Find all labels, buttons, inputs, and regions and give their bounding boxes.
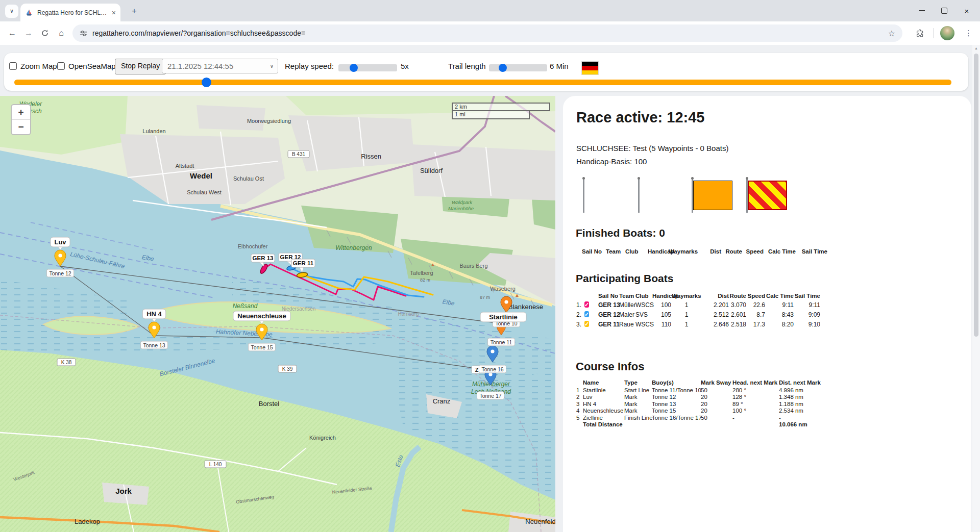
openseamap-label: OpenSeaMap — [68, 62, 116, 70]
map-canvas[interactable]: WedelerMarschMoorwegsiedlungLulandenRiss… — [0, 96, 555, 532]
boat-color-checkbox[interactable]: ✓ — [584, 311, 589, 317]
replay-speed-slider[interactable] — [338, 64, 397, 71]
forward-icon[interactable]: → — [21, 26, 36, 40]
trail-length-slider[interactable] — [489, 64, 547, 71]
page-scrollbar[interactable]: ▲ — [972, 45, 980, 532]
race-status-title: Race active: 12:45 — [576, 109, 705, 126]
map-label: Tafelberg — [410, 270, 433, 276]
back-icon[interactable]: ← — [5, 26, 19, 40]
reload-icon[interactable] — [38, 26, 52, 40]
table-row: 4NeuenschleuseMarkTonne 1520100 °2.534 n… — [576, 408, 852, 414]
map-label: ▲ — [430, 262, 435, 267]
marker-tooltip: Startlinie — [480, 312, 526, 322]
buoy-label: Tonne 17 — [477, 392, 504, 399]
openseamap-checkbox[interactable] — [57, 62, 65, 70]
table-row: 1.✓GER 13MüllerWSCS10012.2013.07022.69:1… — [576, 300, 842, 310]
home-icon[interactable]: ⌂ — [54, 26, 68, 40]
table-row: Total Distance10.066 nm — [576, 421, 852, 428]
map-label: Neuenfeld — [525, 518, 555, 525]
map-label: Blankenese — [508, 303, 543, 311]
trail-length-slider-thumb[interactable] — [499, 64, 507, 72]
course-infos-table: NameTypeBuoy(s)Mark SwayHead. next MarkD… — [576, 379, 852, 428]
svg-text:Tonne 13: Tonne 13 — [143, 342, 165, 348]
stop-replay-button[interactable]: Stop Replay — [115, 59, 166, 74]
map-label: Altstadt — [176, 163, 194, 169]
map-label: Wittenbergen — [335, 244, 372, 251]
svg-text:Tonne 17: Tonne 17 — [479, 393, 501, 399]
svg-text:Tonne 12: Tonne 12 — [49, 270, 71, 276]
svg-text:GER 11: GER 11 — [293, 260, 314, 266]
map-label: Rissen — [361, 153, 381, 160]
scrollbar-up-icon[interactable]: ▲ — [972, 46, 980, 50]
finished-boats-table: Sail NoTeamClubHandicapWaymarksDistRoute… — [576, 248, 842, 255]
scrollbar-thumb[interactable] — [974, 54, 978, 337]
new-tab-button[interactable]: + — [128, 5, 141, 18]
handicap-basis: Handicap-Basis: 100 — [576, 157, 647, 166]
boat-color-checkbox[interactable]: ✓ — [584, 301, 589, 308]
map-label: 87 m — [480, 295, 490, 300]
course-infos-title: Course Infos — [576, 360, 644, 373]
scale-km: 2 km — [452, 103, 550, 111]
window-minimize-button[interactable] — [911, 0, 933, 21]
map-label: Hamburg — [398, 311, 419, 317]
datetime-dropdown[interactable]: 21.1.2025 12:44:55 ∨ — [162, 59, 278, 73]
url-text[interactable]: regattahero.com/mapviewer/?organisation=… — [92, 29, 884, 37]
signal-flags — [576, 179, 862, 215]
map-label: Königreich — [309, 435, 336, 441]
map-label: Waseberg — [490, 286, 516, 292]
map-label: Ladekop — [75, 518, 100, 525]
svg-text:B 431: B 431 — [292, 151, 306, 157]
replay-speed-label: Replay speed: — [285, 62, 334, 70]
map-label: Cranz — [433, 397, 451, 405]
red-yellow-striped-flag — [748, 181, 787, 210]
map-label: Elbhochufer — [238, 243, 268, 249]
browser-menu-icon[interactable]: ⋮ — [962, 26, 976, 40]
profile-avatar[interactable] — [940, 26, 954, 40]
svg-text:Tonne 16: Tonne 16 — [481, 366, 503, 372]
window-maximize-button[interactable] — [933, 0, 955, 21]
road-badge: K 39 — [278, 365, 297, 372]
boat-color-checkbox[interactable]: ✓ — [584, 321, 589, 327]
table-row: 5ZiellinieFinish LineTonne 16/Tonne 1750… — [576, 415, 852, 421]
bookmark-star-icon[interactable]: ☆ — [888, 29, 895, 38]
svg-text:Tonne 15: Tonne 15 — [251, 344, 273, 350]
race-subtitle: SCHLUCHSEE: Test (5 Waypoints - 0 Boats) — [576, 144, 728, 153]
zoom-map-label: Zoom Map — [20, 62, 57, 70]
extensions-puzzle-icon[interactable] — [913, 26, 927, 40]
trail-length-label: Trail length — [448, 62, 486, 70]
map-label: Neßsand — [233, 302, 258, 310]
browser-tab[interactable]: Regatta Hero for SCHLUCHSEE × — [20, 4, 120, 21]
buoy-label: Tonne 11 — [487, 338, 514, 346]
buoy-label: Tonne 12 — [46, 269, 74, 277]
svg-text:Startlinie: Startlinie — [489, 313, 518, 321]
orange-flag — [693, 181, 732, 210]
zoom-map-checkbox[interactable] — [9, 62, 17, 70]
window-close-button[interactable]: × — [955, 0, 978, 21]
timeline-slider[interactable] — [14, 80, 951, 85]
table-header-row: NameTypeBuoy(s)Mark SwayHead. next MarkD… — [576, 379, 852, 387]
svg-text:L 140: L 140 — [209, 462, 222, 467]
address-bar[interactable]: regattahero.com/mapviewer/?organisation=… — [72, 24, 902, 42]
timeline-slider-thumb[interactable] — [202, 78, 211, 87]
svg-text:Tonne 11: Tonne 11 — [491, 339, 512, 345]
zoom-in-button[interactable]: + — [12, 105, 30, 119]
svg-text:Luv: Luv — [54, 238, 66, 246]
page-background: Zoom Map OpenSeaMap Stop Replay 21.1.202… — [0, 45, 980, 532]
map-area[interactable]: WedelerMarschMoorwegsiedlungLulandenRiss… — [0, 96, 555, 532]
tab-search-chevron-icon[interactable]: ∨ — [5, 5, 18, 18]
map-label: Borstel — [259, 400, 280, 408]
chevron-down-icon: ∨ — [270, 59, 274, 73]
map-label: 82 m — [420, 277, 430, 283]
table-row: 1StartlinieStart LineTonne 11/Tonne 1050… — [576, 387, 852, 394]
table-row: 2LuvMarkTonne 1220128 °1.348 nm — [576, 394, 852, 400]
divider — [933, 28, 934, 38]
replay-speed-slider-thumb[interactable] — [350, 64, 358, 72]
tab-close-icon[interactable]: × — [112, 9, 116, 17]
road-badge: L 140 — [205, 461, 226, 468]
buoy-label: Tonne 13 — [140, 341, 167, 349]
finished-boats-title: Finished Boats: 0 — [576, 227, 665, 239]
road-badge: B 431 — [288, 150, 309, 158]
german-flag-icon[interactable] — [582, 62, 598, 74]
site-info-icon[interactable] — [80, 30, 87, 37]
zoom-out-button[interactable]: − — [12, 119, 30, 134]
